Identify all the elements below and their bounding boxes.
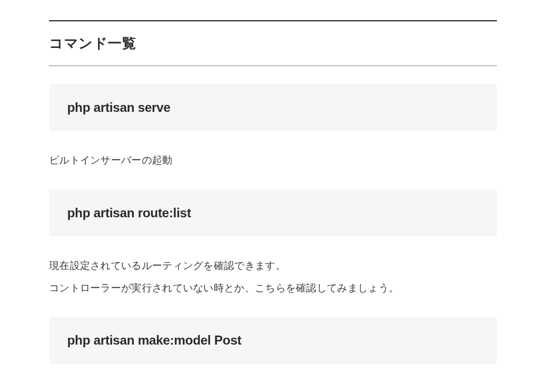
command-description: 現在設定されているルーティングを確認できます。コントローラーが実行されていない時… <box>49 255 497 299</box>
command-description: ビルトインサーバーの起動 <box>49 149 497 172</box>
code-block: php artisan serve <box>49 84 497 131</box>
article-container: コマンド一覧 php artisan serve ビルトインサーバーの起動 ph… <box>17 20 529 364</box>
code-block: php artisan make:model Post <box>49 317 497 364</box>
code-text: php artisan serve <box>67 100 479 115</box>
code-block: php artisan route:list <box>49 190 497 236</box>
horizontal-rule-sub <box>49 66 497 66</box>
section-title: コマンド一覧 <box>49 21 497 66</box>
code-text: php artisan make:model Post <box>67 333 479 348</box>
code-text: php artisan route:list <box>67 206 479 220</box>
